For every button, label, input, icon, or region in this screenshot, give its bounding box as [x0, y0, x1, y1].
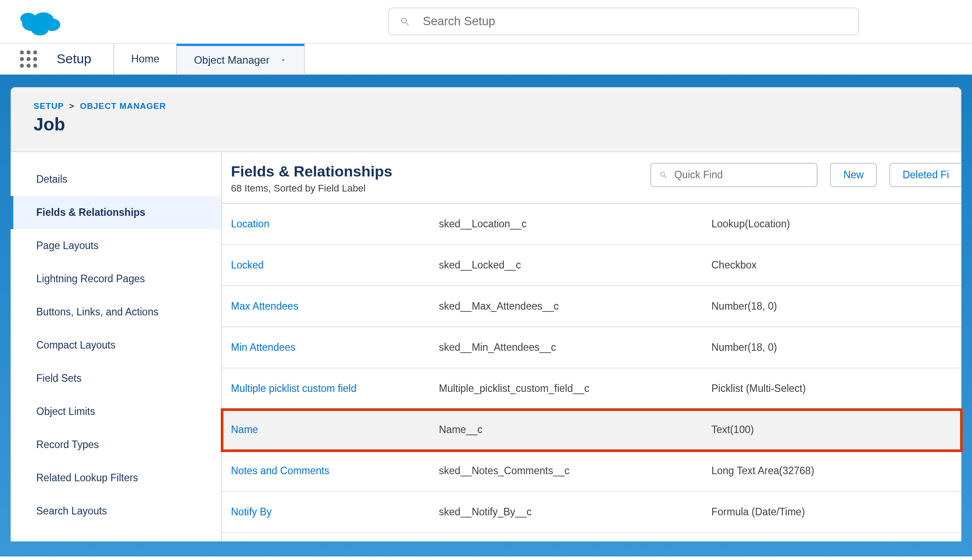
sidebar-item-record-types[interactable]: Record Types	[11, 428, 221, 461]
sidebar-item-object-limits[interactable]: Object Limits	[11, 395, 221, 428]
svg-point-3	[31, 23, 49, 35]
breadcrumb: SETUP > OBJECT MANAGER	[34, 101, 938, 111]
field-label-link[interactable]: Location	[231, 218, 269, 230]
field-api-name: sked__Notes_Comments__c	[439, 451, 711, 491]
sidebar-item-page-layouts[interactable]: Page Layouts	[11, 229, 221, 262]
search-icon	[400, 16, 411, 27]
table-row: NameName__cText(100)	[222, 410, 961, 451]
sidebar: DetailsFields & RelationshipsPage Layout…	[11, 152, 222, 541]
sidebar-item-compact-layouts[interactable]: Compact Layouts	[11, 329, 221, 362]
new-button[interactable]: New	[830, 163, 877, 187]
quick-find-input[interactable]	[674, 169, 809, 181]
field-data-type: Checkbox	[711, 245, 961, 285]
sidebar-item-details[interactable]: Details	[11, 163, 221, 196]
svg-point-4	[20, 13, 36, 24]
search-setup-input[interactable]	[423, 15, 848, 28]
section-subtitle: 68 Items, Sorted by Field Label	[231, 183, 392, 194]
tab-object-manager[interactable]: Object Manager	[176, 44, 305, 74]
search-setup-box[interactable]	[388, 8, 859, 35]
sidebar-item-related-lookup-filters[interactable]: Related Lookup Filters	[11, 461, 221, 495]
table-row: Min Attendeessked__Min_Attendees__cNumbe…	[222, 327, 961, 368]
field-label-link[interactable]: Name	[231, 424, 258, 435]
table-row: Max Attendeessked__Max_Attendees__cNumbe…	[222, 286, 961, 327]
field-data-type: Number(18, 0)	[711, 286, 961, 326]
deleted-fields-button[interactable]: Deleted Fi	[889, 163, 961, 187]
field-label-link[interactable]: Notes and Comments	[231, 465, 329, 476]
field-label-link[interactable]: Max Attendees	[231, 300, 298, 312]
field-label-link[interactable]: Multiple picklist custom field	[231, 383, 357, 394]
field-data-type: Number(18, 0)	[711, 327, 961, 368]
section-title: Fields & Relationships	[231, 163, 392, 180]
field-api-name: sked__Min_Attendees__c	[439, 327, 711, 368]
tab-object-manager-label: Object Manager	[194, 54, 269, 66]
field-api-name: Name__c	[439, 410, 711, 450]
sidebar-item-search-layouts[interactable]: Search Layouts	[11, 495, 221, 528]
field-api-name: sked__Locked__c	[439, 245, 711, 285]
sidebar-item-fields-relationships[interactable]: Fields & Relationships	[11, 196, 221, 229]
field-data-type: Picklist (Multi-Select)	[711, 368, 961, 409]
table-row: Notify Bysked__Notify_By__cFormula (Date…	[222, 492, 961, 533]
field-api-name: sked__Max_Attendees__c	[439, 286, 711, 326]
nav-title: Setup	[57, 44, 113, 74]
sidebar-item-lightning-record-pages[interactable]: Lightning Record Pages	[11, 262, 221, 295]
field-api-name: Multiple_picklist_custom_field__c	[439, 368, 711, 409]
field-label-link[interactable]: Min Attendees	[231, 341, 296, 353]
page-title: Job	[34, 115, 938, 134]
field-api-name: sked__Notify_By__c	[439, 492, 711, 532]
field-data-type: Formula (Date/Time)	[711, 492, 961, 532]
breadcrumb-sep: >	[66, 101, 77, 111]
tab-home-label: Home	[131, 53, 159, 65]
salesforce-logo	[0, 6, 80, 37]
field-data-type: Text(100)	[711, 410, 961, 450]
table-row: Notes and Commentssked__Notes_Comments__…	[222, 451, 961, 492]
breadcrumb-setup[interactable]: SETUP	[34, 101, 64, 111]
chevron-down-icon	[279, 56, 287, 64]
field-label-link[interactable]: Locked	[231, 259, 264, 271]
search-icon	[659, 170, 668, 180]
breadcrumb-object-manager[interactable]: OBJECT MANAGER	[80, 101, 166, 111]
table-row: Lockedsked__Locked__cCheckbox	[222, 245, 961, 286]
field-data-type: Lookup(Location)	[711, 204, 961, 244]
tab-home[interactable]: Home	[113, 44, 176, 74]
app-launcher-icon[interactable]	[0, 44, 57, 74]
table-row: Locationsked__Location__cLookup(Location…	[222, 204, 961, 245]
field-data-type: Long Text Area(32768)	[711, 451, 961, 491]
field-label-link[interactable]: Notify By	[231, 506, 272, 518]
table-row: Multiple picklist custom fieldMultiple_p…	[222, 368, 961, 410]
sidebar-item-buttons-links-and-actions[interactable]: Buttons, Links, and Actions	[11, 295, 221, 329]
field-api-name: sked__Location__c	[439, 204, 711, 244]
sidebar-item-field-sets[interactable]: Field Sets	[11, 362, 221, 395]
quick-find-box[interactable]	[650, 163, 818, 187]
